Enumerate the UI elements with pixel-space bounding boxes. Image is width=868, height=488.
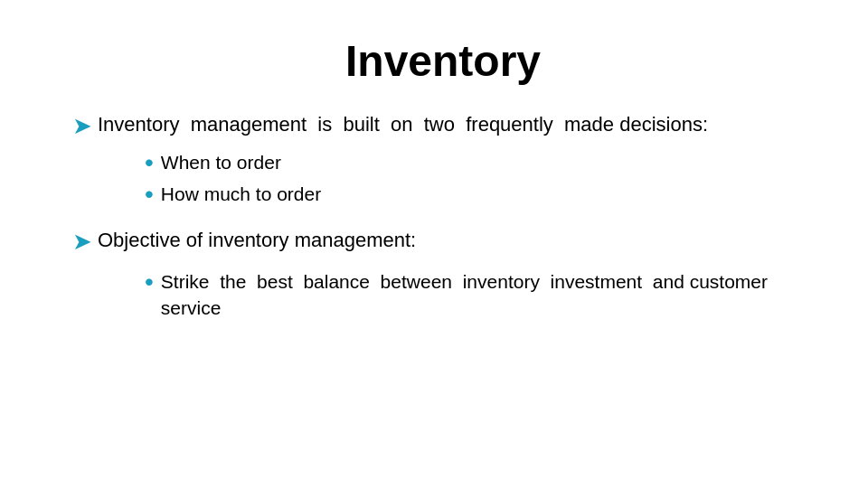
list-item-when: • When to order — [145, 149, 321, 177]
arrow-item-2: ➤ Objective of inventory management: — [72, 227, 814, 256]
bullet-dot-when: • — [145, 149, 154, 177]
bullet-dot-how: • — [145, 181, 154, 209]
slide-title: Inventory — [72, 36, 814, 86]
arrow-text-2: Objective of inventory management: — [98, 227, 416, 255]
arrow-item-1: ➤ Inventory management is built on two f… — [72, 111, 814, 140]
arrow-text-1: Inventory management is built on two fre… — [98, 111, 708, 139]
slide: Inventory ➤ Inventory management is buil… — [0, 0, 868, 488]
arrow-icon-2: ➤ — [72, 228, 92, 256]
bullet-list-2: • Strike the best balance between invent… — [145, 268, 814, 325]
list-item-strike: • Strike the best balance between invent… — [145, 268, 814, 322]
arrow-icon-1: ➤ — [72, 112, 92, 140]
bullet-text-how: How much to order — [161, 181, 321, 207]
list-item-how: • How much to order — [145, 181, 321, 209]
bullet-dot-strike: • — [145, 268, 154, 296]
bullet-text-when: When to order — [161, 149, 281, 175]
bullet-text-strike: Strike the best balance between inventor… — [161, 268, 814, 322]
bullet-list-1: • When to order • How much to order — [145, 149, 321, 212]
